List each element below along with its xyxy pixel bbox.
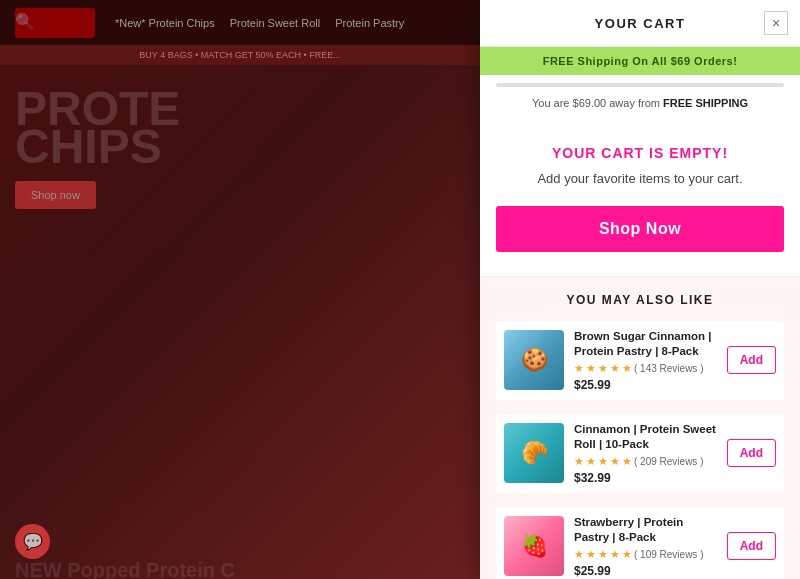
add-button-3[interactable]: Add [727, 532, 776, 560]
shipping-text: You are $69.00 away from FREE SHIPPING [496, 93, 784, 117]
product-name-2: Cinnamon | Protein Sweet Roll | 10-Pack [574, 422, 717, 452]
product-info-2: Cinnamon | Protein Sweet Roll | 10-Pack … [574, 422, 717, 485]
product-image-3: 🍓 [504, 516, 564, 576]
product-stars-2: ★ ★ ★ ★ ★ ( 209 Reviews ) [574, 455, 717, 468]
bg-search-icon: 🔍 [15, 12, 35, 31]
product-name-1: Brown Sugar Cinnamon | Protein Pastry | … [574, 329, 717, 359]
shipping-progress-bar-bg [496, 83, 784, 87]
star-3-3: ★ [598, 548, 608, 561]
cart-close-button[interactable]: × [764, 11, 788, 35]
review-count-3: ( 109 Reviews ) [634, 549, 703, 560]
background-page: 🔍 *New* Protein Chips Protein Sweet Roll… [0, 0, 480, 579]
star-4-2: ★ [610, 455, 620, 468]
bg-nav: 🔍 *New* Protein Chips Protein Sweet Roll… [0, 0, 480, 45]
product-name-3: Strawberry | Protein Pastry | 8-Pack [574, 515, 717, 545]
product-img-bg-2: 🥐 [504, 423, 564, 483]
may-also-like-section: YOU MAY ALSO LIKE 🍪 Brown Sugar Cinnamon… [480, 277, 800, 579]
star-3: ★ [598, 362, 608, 375]
star-2-3: ★ [586, 548, 596, 561]
bg-hero: PROTE CHIPS Shop now NEW Popped Protein … [0, 65, 480, 579]
review-count-2: ( 209 Reviews ) [634, 456, 703, 467]
product-img-bg-1: 🍪 [504, 330, 564, 390]
cart-empty-subtitle: Add your favorite items to your cart. [496, 171, 784, 186]
star-2-2: ★ [586, 455, 596, 468]
star-half-3: ★ [622, 548, 632, 561]
bg-hero-title2: CHIPS [15, 123, 465, 171]
star-half-2: ★ [622, 455, 632, 468]
cart-panel: YOUR CART × FREE Shipping On All $69 Ord… [480, 0, 800, 579]
bg-chat-button: 💬 [15, 524, 50, 559]
product-image-2: 🥐 [504, 423, 564, 483]
product-stars-3: ★ ★ ★ ★ ★ ( 109 Reviews ) [574, 548, 717, 561]
shop-now-button[interactable]: Shop Now [496, 206, 784, 252]
may-also-like-title: YOU MAY ALSO LIKE [496, 293, 784, 307]
star-4: ★ [610, 362, 620, 375]
star-1: ★ [574, 362, 584, 375]
product-price-3: $25.99 [574, 564, 717, 578]
bg-nav-item-3: Protein Pastry [335, 17, 404, 29]
review-count-1: ( 143 Reviews ) [634, 363, 703, 374]
cart-header: YOUR CART × [480, 0, 800, 47]
star-1-2: ★ [574, 455, 584, 468]
add-button-2[interactable]: Add [727, 439, 776, 467]
bg-nav-items: *New* Protein Chips Protein Sweet Roll P… [115, 17, 404, 29]
product-price-2: $32.99 [574, 471, 717, 485]
add-button-1[interactable]: Add [727, 346, 776, 374]
bg-banner-text: BUY 4 BAGS • MATCH GET 50% EACH • FREE..… [139, 50, 340, 60]
star-1-3: ★ [574, 548, 584, 561]
cart-empty-title: YOUR CART IS EMPTY! [496, 145, 784, 161]
bg-nav-item-1: *New* Protein Chips [115, 17, 215, 29]
product-item-2: 🥐 Cinnamon | Protein Sweet Roll | 10-Pac… [496, 414, 784, 493]
bg-banner: BUY 4 BAGS • MATCH GET 50% EACH • FREE..… [0, 45, 480, 65]
bg-shop-btn: Shop now [15, 181, 96, 209]
product-info-3: Strawberry | Protein Pastry | 8-Pack ★ ★… [574, 515, 717, 578]
product-stars-1: ★ ★ ★ ★ ★ ( 143 Reviews ) [574, 362, 717, 375]
star-3-2: ★ [598, 455, 608, 468]
product-image-1: 🍪 [504, 330, 564, 390]
product-info-1: Brown Sugar Cinnamon | Protein Pastry | … [574, 329, 717, 392]
star-half-1: ★ [622, 362, 632, 375]
cart-title: YOUR CART [595, 16, 686, 31]
bg-hero-subtitle: NEW Popped Protein C [15, 559, 465, 579]
bg-nav-item-2: Protein Sweet Roll [230, 17, 321, 29]
product-img-bg-3: 🍓 [504, 516, 564, 576]
shipping-progress: You are $69.00 away from FREE SHIPPING [480, 75, 800, 121]
product-item-1: 🍪 Brown Sugar Cinnamon | Protein Pastry … [496, 321, 784, 400]
free-shipping-banner: FREE Shipping On All $69 Orders! [480, 47, 800, 75]
product-price-1: $25.99 [574, 378, 717, 392]
star-2: ★ [586, 362, 596, 375]
product-item-3: 🍓 Strawberry | Protein Pastry | 8-Pack ★… [496, 507, 784, 579]
star-4-3: ★ [610, 548, 620, 561]
cart-empty-section: YOUR CART IS EMPTY! Add your favorite it… [480, 121, 800, 277]
